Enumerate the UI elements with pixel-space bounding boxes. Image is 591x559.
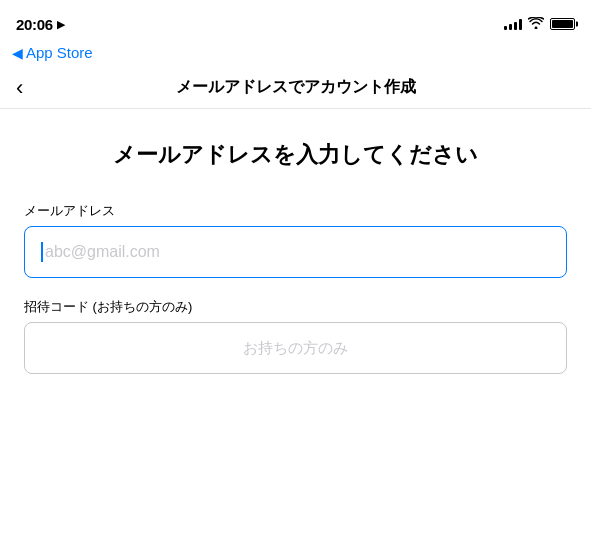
email-label: メールアドレス <box>24 202 567 220</box>
email-input[interactable] <box>24 226 567 278</box>
signal-bar-1 <box>504 26 507 30</box>
status-left: 20:06 ▶ <box>16 16 65 33</box>
status-time: 20:06 <box>16 16 53 33</box>
back-button[interactable]: ‹ <box>16 77 23 99</box>
status-bar: 20:06 ▶ <box>0 0 591 44</box>
app-store-back-label[interactable]: App Store <box>26 44 93 61</box>
text-cursor <box>41 242 43 262</box>
nav-bar: ‹ メールアドレスでアカウント作成 <box>0 67 591 109</box>
main-content: メールアドレスを入力してください メールアドレス 招待コード (お持ちの方のみ) <box>0 109 591 398</box>
invite-label: 招待コード (お持ちの方のみ) <box>24 298 567 316</box>
email-field-group: メールアドレス <box>24 202 567 278</box>
status-right <box>504 17 575 32</box>
location-icon: ▶ <box>57 18 65 31</box>
battery-icon <box>550 18 575 30</box>
nav-title: メールアドレスでアカウント作成 <box>176 77 416 98</box>
invite-field-group: 招待コード (お持ちの方のみ) <box>24 298 567 374</box>
back-chevron-small-icon: ◀ <box>12 45 23 61</box>
email-input-wrapper[interactable] <box>24 226 567 278</box>
signal-bar-4 <box>519 19 522 30</box>
battery-fill <box>552 20 573 28</box>
invite-input[interactable] <box>24 322 567 374</box>
app-store-back-nav[interactable]: ◀ App Store <box>0 44 591 67</box>
signal-bar-3 <box>514 22 517 30</box>
wifi-icon <box>528 17 544 32</box>
invite-input-wrapper[interactable] <box>24 322 567 374</box>
signal-bar-2 <box>509 24 512 30</box>
page-heading: メールアドレスを入力してください <box>24 141 567 170</box>
signal-bars-icon <box>504 18 522 30</box>
